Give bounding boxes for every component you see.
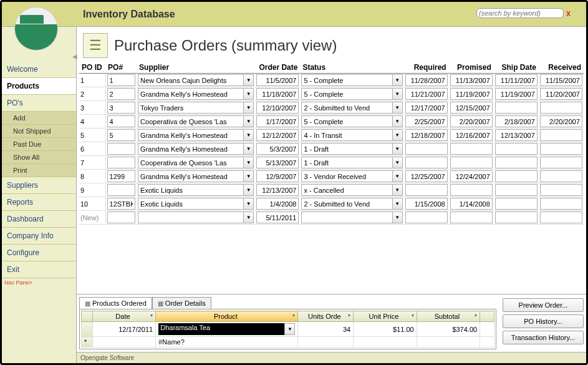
cell-input[interactable] <box>301 184 392 196</box>
cell-input[interactable] <box>301 198 392 210</box>
cell-input[interactable] <box>540 88 582 100</box>
cell-input[interactable] <box>138 143 243 155</box>
cell-input[interactable] <box>540 129 582 141</box>
cell-input[interactable] <box>138 102 243 114</box>
tab-products-ordered[interactable]: ▦Products Ordered <box>79 297 152 309</box>
cell-input[interactable] <box>450 88 493 100</box>
col-received[interactable]: Received <box>539 62 584 74</box>
sidebar-collapse-icon[interactable]: ◀ <box>72 53 77 60</box>
sub-product[interactable]: Dharamsala Tea▼ <box>156 322 298 337</box>
cell-input[interactable] <box>450 212 493 223</box>
sidebar-item-dashboard[interactable]: Dashboard <box>2 211 76 228</box>
sub-price[interactable]: $11.00 <box>354 322 417 337</box>
sub-col-date[interactable]: Date▾ <box>92 311 155 322</box>
cell-input[interactable] <box>256 115 299 127</box>
sub-units[interactable] <box>298 337 354 348</box>
sub-col-product[interactable]: Product▾ <box>156 311 298 322</box>
col-po-num[interactable]: PO# <box>105 62 137 74</box>
cell-input[interactable] <box>256 74 299 86</box>
cell-input[interactable] <box>301 212 392 223</box>
dropdown-icon[interactable]: ▾ <box>412 313 414 318</box>
cell-input[interactable] <box>450 129 493 141</box>
table-row[interactable]: 3▼▼ <box>79 101 584 115</box>
dropdown-icon[interactable]: ▼ <box>243 115 254 127</box>
sub-col-selector[interactable] <box>82 311 93 322</box>
cell-input[interactable] <box>540 102 582 114</box>
dropdown-icon[interactable]: ▼ <box>243 198 254 210</box>
cell-input[interactable] <box>495 88 537 100</box>
dropdown-icon[interactable]: ▼ <box>392 198 403 210</box>
dropdown-icon[interactable]: ▼ <box>243 212 254 223</box>
cell-input[interactable] <box>107 102 136 114</box>
cell-input[interactable] <box>301 129 392 141</box>
cell-input[interactable] <box>540 184 582 196</box>
sidebar-item-products[interactable]: Products <box>2 78 76 95</box>
row-selector[interactable]: * <box>82 337 93 348</box>
dropdown-icon[interactable]: ▾ <box>292 313 295 318</box>
cell-input[interactable] <box>495 74 537 86</box>
cell-input[interactable] <box>107 170 136 182</box>
col-po-id[interactable]: PO ID <box>79 62 105 74</box>
sub-row[interactable]: 12/17/2011 Dharamsala Tea▼ 34 $11.00 $37… <box>82 322 494 337</box>
cell-input[interactable] <box>256 143 299 155</box>
cell-input[interactable] <box>495 198 537 210</box>
search-input[interactable] <box>476 8 564 18</box>
table-row[interactable]: 1▼▼ <box>79 74 584 87</box>
col-promised[interactable]: Promised <box>449 62 494 74</box>
sidebar-sub-show-all[interactable]: Show All <box>2 151 76 164</box>
cell-input[interactable] <box>450 184 493 196</box>
cell-input[interactable] <box>301 102 392 114</box>
sidebar-item-suppliers[interactable]: Suppliers <box>2 177 76 194</box>
table-row[interactable]: 4▼▼ <box>79 115 584 129</box>
cell-input[interactable] <box>138 115 243 127</box>
cell-input[interactable] <box>405 198 448 210</box>
sidebar-item-configure[interactable]: Configure <box>2 245 76 261</box>
dropdown-icon[interactable]: ▼ <box>392 143 403 155</box>
table-row[interactable]: 10▼▼ <box>79 197 584 211</box>
cell-input[interactable] <box>138 184 243 196</box>
cell-input[interactable] <box>107 212 136 223</box>
cell-input[interactable] <box>540 157 582 168</box>
cell-input[interactable] <box>495 212 537 223</box>
dropdown-icon[interactable]: ▼ <box>243 184 254 196</box>
cell-input[interactable] <box>405 143 448 155</box>
sub-subtotal[interactable]: $374.00 <box>417 322 480 337</box>
cell-input[interactable] <box>256 212 299 223</box>
cell-input[interactable] <box>450 102 493 114</box>
dropdown-icon[interactable]: ▾ <box>475 313 477 318</box>
row-selector[interactable] <box>82 322 93 337</box>
cell-input[interactable] <box>405 129 448 141</box>
sidebar-sub-add[interactable]: Add <box>2 112 76 125</box>
dropdown-icon[interactable]: ▼ <box>243 170 254 182</box>
preview-order-button[interactable]: Preview Order... <box>503 298 584 312</box>
cell-input[interactable] <box>405 157 448 168</box>
col-supplier[interactable]: Supplier <box>137 62 255 74</box>
table-row[interactable]: 5▼▼ <box>79 129 584 142</box>
dropdown-icon[interactable]: ▼ <box>392 129 403 141</box>
sidebar-sub-past-due[interactable]: Past Due <box>2 138 76 151</box>
cell-input[interactable] <box>540 74 582 86</box>
cell-input[interactable] <box>405 115 448 127</box>
dropdown-icon[interactable]: ▼ <box>392 74 403 86</box>
cell-input[interactable] <box>495 102 537 114</box>
sidebar-item-welcome[interactable]: Welcome <box>2 61 76 78</box>
cell-input[interactable] <box>138 212 243 223</box>
cell-input[interactable] <box>107 198 136 210</box>
cell-input[interactable] <box>256 88 299 100</box>
cell-input[interactable] <box>301 170 392 182</box>
cell-input[interactable] <box>405 170 448 182</box>
cell-input[interactable] <box>107 129 136 141</box>
col-status[interactable]: Status <box>300 62 403 74</box>
dropdown-icon[interactable]: ▼ <box>243 74 254 86</box>
cell-input[interactable] <box>495 129 537 141</box>
cell-input[interactable] <box>301 157 392 168</box>
sidebar-item-company-info[interactable]: Company Info <box>2 228 76 245</box>
table-row-new[interactable]: (New)▼▼ <box>79 211 584 225</box>
cell-input[interactable] <box>405 212 448 223</box>
dropdown-icon[interactable]: ▼ <box>392 88 403 100</box>
table-row[interactable]: 8▼▼ <box>79 170 584 183</box>
dropdown-icon[interactable]: ▼ <box>243 157 254 168</box>
sidebar-sub-not-shipped[interactable]: Not Shipped <box>2 125 76 138</box>
dropdown-icon[interactable]: ▼ <box>392 170 403 182</box>
nav-pane-toggle[interactable]: Nav Pane> <box>2 278 76 287</box>
